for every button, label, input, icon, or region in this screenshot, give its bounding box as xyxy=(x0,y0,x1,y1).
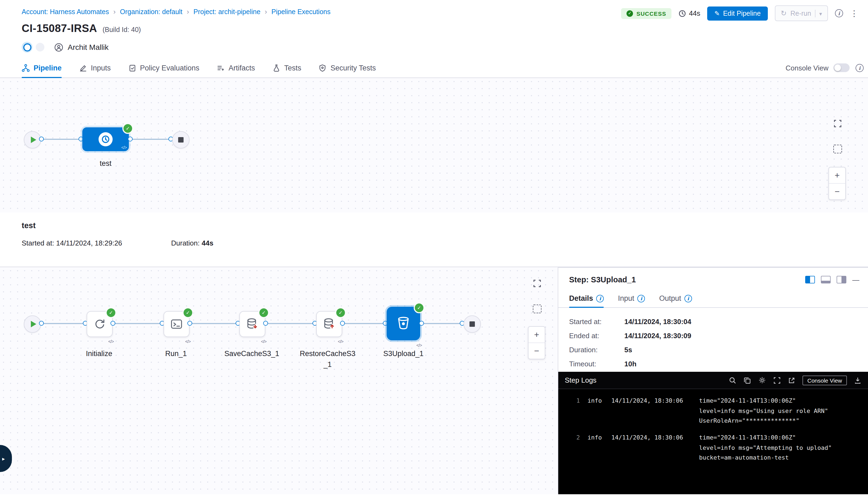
minimize-button[interactable] xyxy=(852,275,859,284)
rerun-button[interactable]: Re-run xyxy=(775,6,828,21)
fullscreen-button[interactable] xyxy=(532,278,542,289)
fullscreen-button[interactable] xyxy=(832,118,843,129)
save-cache-icon xyxy=(245,317,259,331)
info-icon[interactable] xyxy=(856,64,864,72)
download-logs-button[interactable] xyxy=(854,376,861,384)
copy-button[interactable] xyxy=(743,376,751,384)
step-details-panel: Step: S3Upload_1 Details Input xyxy=(558,267,868,494)
pipeline-start-node[interactable] xyxy=(24,131,41,149)
zoom-in-button[interactable] xyxy=(528,327,545,343)
started-value: 14/11/2024, 18:29:26 xyxy=(56,239,122,247)
code-badge-icon xyxy=(261,339,266,344)
build-id: (Build Id: 40) xyxy=(103,26,141,33)
marquee-select-button[interactable] xyxy=(532,303,542,314)
zoom-controls xyxy=(528,326,545,359)
expand-logs-button[interactable] xyxy=(773,376,781,384)
status-text: SUCCESS xyxy=(637,10,666,17)
refresh-icon xyxy=(781,9,787,17)
info-icon[interactable] xyxy=(684,294,692,302)
rerun-label: Re-run xyxy=(790,10,811,17)
selection-box-icon xyxy=(533,304,541,313)
stage-graph-canvas[interactable]: test xyxy=(0,78,868,212)
log-message: time="2024-11-14T13:00:06Z" level=info m… xyxy=(699,396,835,426)
search-button[interactable] xyxy=(729,376,736,384)
info-icon[interactable] xyxy=(597,294,604,302)
execution-detail-area: Initialize Run_1 xyxy=(0,267,868,494)
marquee-select-button[interactable] xyxy=(832,144,843,154)
tab-security-tests[interactable]: Security Tests xyxy=(319,58,376,78)
layout-bottom-icon[interactable] xyxy=(821,276,831,283)
exec-end-node[interactable] xyxy=(464,315,481,333)
step-node-restorecaches3-1[interactable] xyxy=(316,311,342,337)
step-node-s3upload-1[interactable] xyxy=(386,307,420,340)
info-icon[interactable] xyxy=(835,9,843,17)
log-line: 2 info 14/11/2024, 18:30:06 time="2024-1… xyxy=(567,433,865,463)
tab-output[interactable]: Output xyxy=(659,289,692,307)
author-name: Archit Mallik xyxy=(68,43,108,51)
open-in-new-button[interactable] xyxy=(788,376,795,384)
stage-node-test[interactable] xyxy=(82,127,129,151)
console-view-button[interactable]: Console View xyxy=(803,375,847,385)
layout-split-vertical-icon[interactable] xyxy=(805,276,815,283)
tab-label: Details xyxy=(569,294,593,302)
zoom-in-button[interactable] xyxy=(829,168,845,184)
exec-start-node[interactable] xyxy=(24,315,41,333)
inputs-icon xyxy=(79,64,87,72)
pipeline-end-node[interactable] xyxy=(172,131,189,149)
breadcrumb-organization-link[interactable]: Organization: default xyxy=(120,8,183,16)
stage-info-strip: test Started at: 14/11/2024, 18:29:26 Du… xyxy=(0,212,868,267)
step-node-savecaches3-1[interactable] xyxy=(239,311,265,337)
log-message: time="2024-11-14T13:00:06Z" level=info m… xyxy=(699,433,835,463)
user-icon xyxy=(54,42,63,52)
tab-policy-evaluations[interactable]: Policy Evaluations xyxy=(128,58,199,78)
zoom-out-button[interactable] xyxy=(528,343,545,359)
step-label: SaveCacheS3_1 xyxy=(219,349,284,360)
tab-pipeline[interactable]: Pipeline xyxy=(22,58,62,78)
elapsed-time: 44s xyxy=(679,9,700,17)
tab-label: Inputs xyxy=(91,64,111,72)
edit-pipeline-button[interactable]: Edit Pipeline xyxy=(707,6,768,20)
settings-button[interactable] xyxy=(758,376,766,384)
breadcrumb-account-link[interactable]: Account: Harness Automates xyxy=(22,8,109,16)
success-check-icon xyxy=(122,123,133,134)
download-icon xyxy=(854,376,861,384)
console-view-toggle[interactable] xyxy=(833,63,850,72)
terminal-icon xyxy=(170,317,183,331)
layout-right-icon[interactable] xyxy=(837,276,846,283)
connector-line xyxy=(40,139,82,140)
detail-label: Duration: xyxy=(569,346,624,354)
stage-step-icon xyxy=(99,132,113,146)
log-output[interactable]: 1 info 14/11/2024, 18:30:06 time="2024-1… xyxy=(558,389,868,494)
tab-input[interactable]: Input xyxy=(618,289,645,307)
tab-tests[interactable]: Tests xyxy=(272,58,301,78)
execution-graph-canvas[interactable]: Initialize Run_1 xyxy=(0,267,558,494)
step-details: Started at: 14/11/2024, 18:30:04 Ended a… xyxy=(558,308,868,369)
detail-value: 14/11/2024, 18:30:09 xyxy=(624,332,691,340)
tab-inputs[interactable]: Inputs xyxy=(79,58,111,78)
trigger-type-icon[interactable] xyxy=(22,42,32,52)
stage-node-label: test xyxy=(82,158,129,169)
sidebar-expand-handle[interactable] xyxy=(0,445,12,472)
connector-line xyxy=(264,323,316,324)
port-dot xyxy=(187,321,192,326)
breadcrumb-project-link[interactable]: Project: archit-pipeline xyxy=(194,8,260,16)
code-badge-icon xyxy=(416,343,422,348)
info-icon[interactable] xyxy=(638,294,645,302)
zoom-out-button[interactable] xyxy=(829,184,845,200)
port-dot xyxy=(128,137,133,141)
breadcrumb-executions-link[interactable]: Pipeline Executions xyxy=(271,8,331,16)
status-badge: SUCCESS xyxy=(621,8,672,19)
connector-line xyxy=(112,323,164,324)
connector-line xyxy=(40,323,87,324)
detail-value: 5s xyxy=(624,346,632,354)
kebab-menu-icon[interactable] xyxy=(850,8,858,18)
code-badge-icon xyxy=(108,339,114,344)
step-node-initialize[interactable] xyxy=(87,311,113,337)
step-node-run-1[interactable] xyxy=(164,311,189,337)
panel-layout-controls xyxy=(805,275,859,284)
execution-tabbar: Pipeline Inputs Policy Evaluations xyxy=(0,58,868,78)
tab-details[interactable]: Details xyxy=(569,289,604,307)
chevron-right-icon: › xyxy=(113,8,116,16)
detail-label: Timeout: xyxy=(569,360,624,368)
tab-artifacts[interactable]: Artifacts xyxy=(217,58,255,78)
